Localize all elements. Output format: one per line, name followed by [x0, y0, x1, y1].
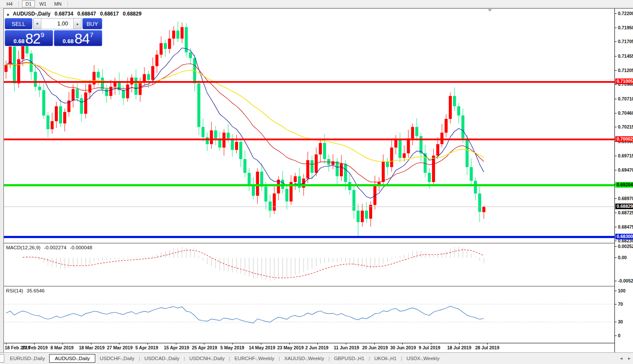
price-level-tag: 0.68829	[615, 204, 633, 209]
sell-price-box[interactable]: 0.68 82 9	[5, 30, 53, 46]
time-axis-tick	[374, 343, 375, 345]
timeframe-button-mn[interactable]: MN	[51, 0, 65, 7]
buy-price-prefix: 0.68	[63, 37, 73, 45]
price-axis-tick	[615, 227, 617, 227]
macd-axis-tick	[615, 281, 617, 281]
chart-tab[interactable]: USDCHF-,Daily	[95, 355, 139, 362]
price-level-tag: 0.68300	[615, 234, 633, 239]
macd-axis-tick	[615, 257, 617, 258]
rsi-axis-label: 30	[618, 319, 623, 324]
price-axis-tick	[615, 84, 617, 85]
chart-window: ▲ AUDUSD-,Daily 0.68734 0.68847 0.68617 …	[3, 8, 633, 353]
chart-tab[interactable]: USDX-,Weekly	[402, 355, 444, 362]
macd-axis-label: 0.002522	[618, 244, 633, 249]
chart-tab[interactable]: EURCHF-,Weekly	[230, 355, 279, 362]
time-axis-label: 27 Mar 2019	[107, 345, 133, 350]
macd-chart	[4, 244, 614, 285]
time-axis-tick	[346, 343, 346, 345]
sell-button[interactable]: SELL	[5, 18, 32, 29]
time-axis-label: 11 Jun 2019	[334, 345, 359, 350]
time-axis-tick	[487, 343, 488, 345]
chart-tab[interactable]: XAUUSD-,Weekly	[280, 355, 328, 362]
timeframe-button-d1[interactable]: D1	[22, 0, 35, 7]
macd-pane: MACD(12,26,9) -0.002274 -0.000048	[4, 244, 614, 285]
price-axis-tick	[615, 241, 617, 241]
macd-axis-label: 0.00	[618, 255, 627, 260]
price-axis-label: 0.68725	[618, 210, 633, 215]
rsi-name: RSI(14)	[6, 288, 23, 293]
price-axis-tick	[615, 198, 617, 199]
time-axis-label: 9 Jul 2019	[419, 345, 440, 350]
tab-scroll-right-icon[interactable]: ►	[627, 356, 631, 361]
price-axis-tick	[615, 213, 617, 213]
price-axis-label: 0.70460	[618, 110, 633, 116]
timeframe-button-w1[interactable]: W1	[36, 0, 50, 7]
time-axis-label: 30 Jun 2019	[390, 345, 416, 350]
chart-tab[interactable]: GBPUSD-,H1	[330, 355, 369, 362]
price-axis-label: 0.71455	[618, 53, 633, 59]
chevron-up-icon: ▲	[76, 22, 79, 26]
price-axis-label: 0.68475	[618, 224, 633, 229]
price-axis-label: 0.69715	[618, 153, 633, 158]
sell-price-big: 82	[25, 32, 41, 45]
ohlc-open: 0.68734	[55, 11, 73, 17]
time-axis-label: 14 May 2019	[249, 345, 275, 350]
chart-tab[interactable]: USDCNH-,Daily	[185, 355, 229, 362]
time-axis-tick	[317, 343, 318, 345]
chart-shift-marker-icon[interactable]	[488, 9, 492, 12]
rsi-axis-label: 0	[618, 333, 620, 338]
price-axis: 0.722000.719500.717050.714550.712050.709…	[614, 9, 633, 352]
buy-price-sup: 7	[90, 31, 93, 38]
rsi-axis-tick	[615, 304, 617, 304]
time-axis-label: 23 May 2019	[277, 345, 304, 350]
volume-decrease-button[interactable]: ▼	[34, 19, 41, 29]
rsi-axis-label: 100	[618, 288, 626, 293]
volume-value[interactable]: 1.00	[41, 19, 73, 29]
time-axis-label: 18 Mar 2019	[79, 345, 105, 350]
tab-scroll-left-icon[interactable]: ◄	[619, 356, 623, 361]
time-axis-tick	[289, 343, 290, 345]
time-axis-tick	[91, 343, 91, 345]
ohlc-low: 0.68617	[100, 11, 119, 17]
time-axis-label: 15 Apr 2019	[164, 345, 189, 350]
chevron-down-icon: ▼	[36, 22, 39, 26]
volume-increase-button[interactable]: ▲	[73, 19, 81, 29]
timeframe-button-h4[interactable]: H4	[3, 0, 16, 7]
time-axis-label: 5 May 2019	[220, 345, 244, 350]
price-axis-label: 0.71705	[618, 39, 633, 44]
time-axis-tick	[63, 343, 63, 345]
time-axis-tick	[402, 343, 403, 345]
macd-value-main: -0.002274	[44, 245, 66, 250]
time-axis: 18 Feb 201927 Feb 20198 Mar 201918 Mar 2…	[4, 343, 633, 353]
price-axis-tick	[615, 113, 617, 113]
time-axis-tick	[176, 343, 176, 345]
time-axis-label: 28 Jul 2019	[475, 345, 499, 350]
time-axis-tick	[232, 343, 233, 345]
chart-tab[interactable]: UKOil-,H1	[370, 355, 401, 362]
chart-tab[interactable]: EURUSD-,Daily	[6, 355, 49, 362]
volume-spinner: ▼ 1.00 ▲	[33, 18, 81, 29]
price-pane: ▲ AUDUSD-,Daily 0.68734 0.68847 0.68617 …	[4, 9, 614, 242]
price-axis-tick	[615, 170, 617, 170]
price-axis-label: 0.72200	[618, 11, 633, 16]
toolbar-separator	[19, 1, 19, 7]
buy-price-big: 84	[75, 32, 90, 45]
buy-price-box[interactable]: 0.68 84 7	[54, 30, 102, 46]
chart-tab[interactable]: USDCAD-,Daily	[140, 355, 184, 362]
price-axis-label: 0.71950	[618, 25, 633, 30]
ohlc-high: 0.68847	[77, 11, 96, 17]
price-axis-tick	[615, 56, 617, 56]
time-axis-tick	[147, 343, 148, 345]
macd-axis-tick	[615, 246, 617, 247]
chart-tab[interactable]: AUDUSD-,Daily	[49, 354, 95, 363]
tab-stub[interactable]	[0, 354, 4, 363]
buy-button[interactable]: BUY	[82, 18, 102, 29]
chart-tab-bar: EURUSD-,DailyAUDUSD-,DailyUSDCHF-,Daily|…	[0, 352, 633, 364]
price-axis-label: 0.70215	[618, 124, 633, 129]
macd-value-signal: -0.000048	[70, 245, 92, 250]
time-axis-tick	[6, 343, 6, 345]
ohlc-close: 0.68829	[123, 11, 141, 17]
time-axis-label: 20 Jun 2019	[362, 345, 388, 350]
price-axis-tick	[615, 41, 617, 42]
price-axis-tick	[615, 28, 617, 28]
